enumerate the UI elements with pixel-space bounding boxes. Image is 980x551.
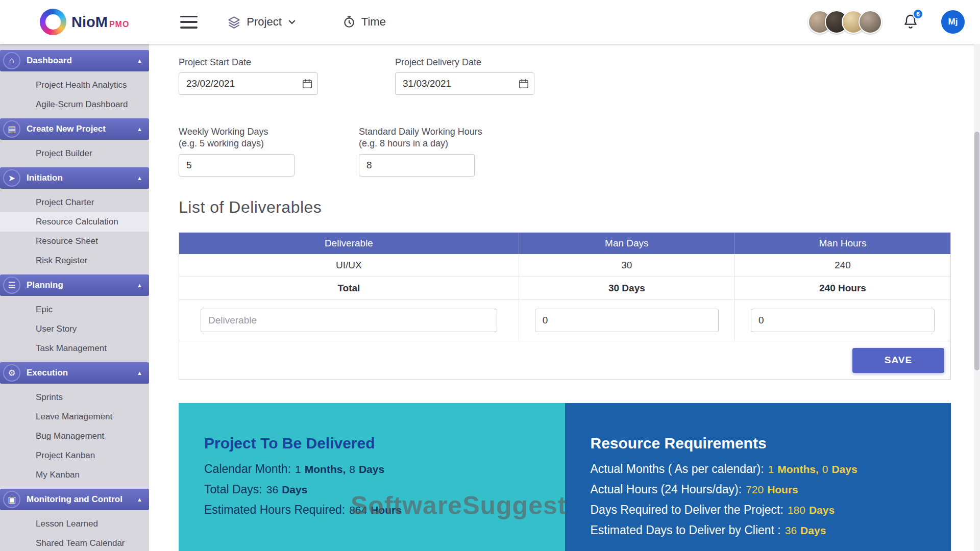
sidebar-section-dashboard[interactable]: ⌂Dashboard▲ [0, 50, 149, 71]
summary-value: Days [800, 524, 826, 536]
table-body: UI/UX30240 [179, 254, 950, 277]
project-delivery-date-input[interactable] [395, 72, 534, 95]
scrollbar-thumb[interactable] [974, 132, 979, 370]
sidebar: ⌂Dashboard▲Project Health AnalyticsAgile… [0, 44, 149, 551]
collapse-arrow-icon: ▲ [137, 496, 142, 503]
delivered-lines: Calendar Month:1Months,8DaysTotal Days:3… [204, 462, 540, 517]
summary-label: Actual Hours (24 Hours/day): [591, 483, 742, 496]
project-start-date-input[interactable] [179, 72, 318, 95]
sidebar-section-label: Initiation [27, 173, 63, 183]
sidebar-item-project-health-analytics[interactable]: Project Health Analytics [0, 76, 149, 95]
daily-working-hours-input[interactable] [359, 154, 475, 177]
summary-line: Actual Months ( As per calendar):1Months… [591, 462, 926, 476]
total-man-days: 30 Days [519, 277, 734, 299]
weekly-working-days-hint: (e.g. 5 working days) [179, 138, 359, 149]
resource-requirements-panel: Resource Requirements Actual Months ( As… [565, 403, 951, 551]
summary-value: Hours [767, 484, 798, 495]
daily-working-hours-field: Standard Daily Working Hours (e.g. 8 hou… [359, 127, 539, 177]
sidebar-section-items: SprintsLeave ManagementBug ManagementPro… [0, 388, 149, 485]
sidebar-section-label: Execution [27, 368, 68, 378]
summary-value: Hours [371, 504, 402, 516]
deliverables-heading: List of Deliverables [179, 198, 951, 217]
table-row: UI/UX30240 [179, 254, 950, 277]
new-man-days-input[interactable] [535, 309, 719, 332]
summary-value: Months, [777, 463, 818, 475]
sidebar-item-project-kanban[interactable]: Project Kanban [0, 446, 149, 465]
dates-row: Project Start Date Project Delivery Date [179, 57, 951, 95]
summary-label: Total Days: [204, 483, 262, 496]
requirements-lines: Actual Months ( As per calendar):1Months… [591, 462, 926, 537]
weekly-working-days-input[interactable] [179, 154, 295, 177]
notifications-button[interactable]: 6 [902, 13, 920, 31]
sidebar-item-my-kanban[interactable]: My Kanban [0, 465, 149, 485]
project-delivery-date-field: Project Delivery Date [395, 57, 534, 95]
sidebar-section-monitoring-and-control[interactable]: ▣Monitoring and Control▲ [0, 489, 149, 510]
sidebar-item-sprints[interactable]: Sprints [0, 388, 149, 407]
sidebar-section-items: EpicUser StoryTask Management [0, 300, 149, 358]
column-header-man-hours: Man Hours [734, 233, 950, 254]
column-header-man-days: Man Days [519, 233, 734, 254]
sidebar-item-task-management[interactable]: Task Management [0, 339, 149, 358]
home-icon: ⌂ [3, 52, 20, 69]
deliverables-table: Deliverable Man Days Man Hours UI/UX3024… [179, 232, 951, 380]
sidebar-section-planning[interactable]: ☰Planning▲ [0, 274, 149, 296]
new-deliverable-row [179, 300, 950, 341]
summary-label: Estimated Days to Deliver by Client : [591, 523, 781, 537]
sidebar-item-lesson-learned[interactable]: Lesson Learned [0, 514, 149, 534]
summary-line: Total Days:36Days [204, 483, 540, 496]
table-cell: 240 [734, 254, 950, 277]
sidebar-section-create-new-project[interactable]: ▤Create New Project▲ [0, 118, 149, 140]
layers-icon [227, 15, 241, 29]
user-avatar[interactable] [859, 10, 882, 34]
summary-value: 720 [746, 484, 764, 495]
sidebar-item-resource-sheet[interactable]: Resource Sheet [0, 232, 149, 251]
sidebar-item-risk-register[interactable]: Risk Register [0, 251, 149, 270]
brand-name: NioM [71, 14, 108, 30]
sidebar-item-shared-team-calendar[interactable]: Shared Team Calendar [0, 534, 149, 551]
table-header-row: Deliverable Man Days Man Hours [179, 233, 950, 254]
column-header-deliverable: Deliverable [179, 233, 519, 254]
summary-value: 864 [349, 504, 367, 516]
header-right: 6 Mj [808, 10, 965, 34]
sidebar-item-project-builder[interactable]: Project Builder [0, 144, 149, 163]
scrollbar[interactable] [974, 44, 980, 551]
sidebar-item-bug-management[interactable]: Bug Management [0, 427, 149, 446]
table-cell: UI/UX [179, 254, 519, 277]
total-man-hours: 240 Hours [734, 277, 950, 299]
chevron-down-icon [287, 17, 297, 27]
sidebar-section-initiation[interactable]: ➤Initiation▲ [0, 167, 149, 189]
user-avatars [808, 10, 882, 34]
summary-line: Actual Hours (24 Hours/day):720Hours [591, 483, 926, 496]
planning-icon: ☰ [3, 277, 20, 294]
nav-time-label: Time [361, 15, 386, 29]
save-button[interactable]: SAVE [852, 348, 944, 373]
sidebar-item-leave-management[interactable]: Leave Management [0, 407, 149, 427]
sidebar-sections: ⌂Dashboard▲Project Health AnalyticsAgile… [0, 44, 149, 551]
project-start-date-field: Project Start Date [179, 57, 318, 95]
menu-toggle-button[interactable] [180, 16, 198, 29]
project-start-date-label: Project Start Date [179, 57, 318, 68]
sidebar-section-items: Project Health AnalyticsAgile-Scrum Dash… [0, 76, 149, 114]
sidebar-item-user-story[interactable]: User Story [0, 319, 149, 339]
sidebar-section-execution[interactable]: ⚙Execution▲ [0, 362, 149, 384]
sidebar-section-items: Lesson LearnedShared Team Calendar [0, 514, 149, 551]
new-project-icon: ▤ [3, 120, 20, 138]
nav-project[interactable]: Project [227, 15, 296, 29]
new-deliverable-input[interactable] [201, 309, 497, 332]
sidebar-item-epic[interactable]: Epic [0, 300, 149, 319]
new-man-hours-input[interactable] [751, 309, 935, 332]
profile-avatar[interactable]: Mj [941, 10, 965, 34]
summary-line: Days Required to Deliver the Project:180… [591, 503, 926, 517]
initiation-icon: ➤ [3, 169, 20, 187]
sidebar-item-project-charter[interactable]: Project Charter [0, 193, 149, 212]
table-total-row: Total 30 Days 240 Hours [179, 277, 950, 300]
table-cell: 30 [519, 254, 734, 277]
collapse-arrow-icon: ▲ [137, 370, 142, 376]
daily-working-hours-label: Standard Daily Working Hours [359, 127, 539, 137]
monitoring-icon: ▣ [3, 491, 20, 508]
app-logo[interactable]: NioMPMO [40, 9, 129, 35]
sidebar-item-resource-calculation[interactable]: Resource Calculation [0, 212, 149, 232]
nav-time[interactable]: Time [342, 15, 386, 29]
sidebar-item-agile-scrum-dashboard[interactable]: Agile-Scrum Dashboard [0, 95, 149, 114]
sidebar-section-label: Monitoring and Control [27, 494, 122, 505]
